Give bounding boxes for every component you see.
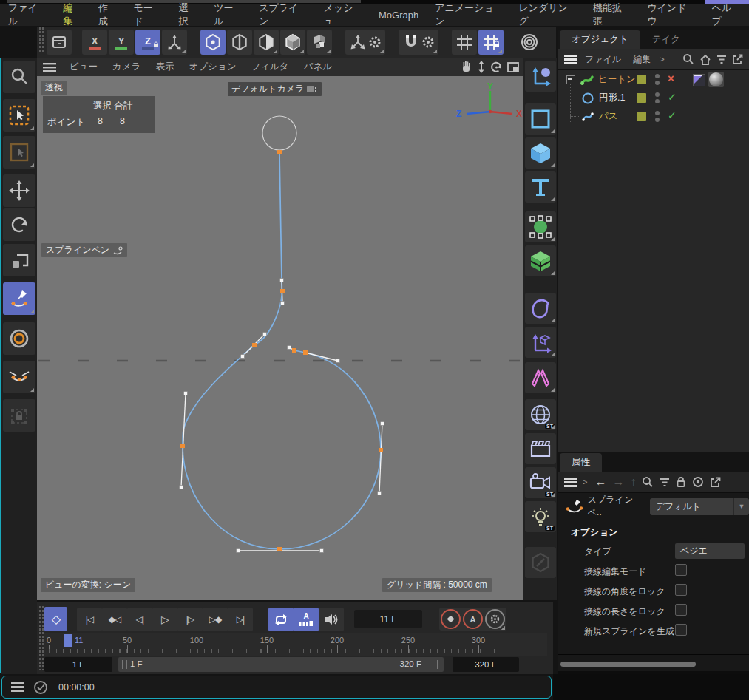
menu-rendering[interactable]: レンダリング: [511, 1, 586, 28]
om-row-sweep[interactable]: ヒートン ×: [558, 70, 749, 89]
hamburger-icon[interactable]: [564, 55, 577, 64]
toolbar-grip[interactable]: [38, 27, 44, 52]
rotate-tool-button[interactable]: [3, 208, 35, 241]
axis-x-lock-button[interactable]: X: [82, 30, 107, 55]
loop-button[interactable]: [268, 608, 294, 631]
live-selection-button[interactable]: [3, 99, 35, 132]
search-icon[interactable]: [642, 476, 654, 488]
spline-rect-button[interactable]: [525, 103, 556, 135]
current-frame-field[interactable]: 11 F: [354, 610, 422, 628]
menu-mograph[interactable]: MoGraph: [370, 10, 427, 21]
enable-toggle[interactable]: ✓: [668, 91, 677, 103]
vp-menu-panel[interactable]: パネル: [296, 61, 339, 73]
play-button[interactable]: ▷: [152, 608, 177, 631]
deformer-blob-button[interactable]: [525, 293, 556, 324]
tab-objects[interactable]: オブジェクト: [560, 30, 640, 49]
phong-tag[interactable]: [693, 74, 705, 86]
enable-toggle[interactable]: ×: [668, 72, 674, 84]
cube-primitive-button[interactable]: [525, 137, 556, 169]
prev-key-button[interactable]: ◆◁: [102, 608, 127, 631]
om-row-path[interactable]: パス ✓: [558, 107, 749, 126]
light-button[interactable]: ST: [525, 501, 556, 532]
spline-pen-button[interactable]: [3, 282, 35, 315]
menu-mode[interactable]: モード: [126, 1, 171, 28]
next-key-button[interactable]: ▷◆: [203, 608, 228, 631]
polygon-mode-button[interactable]: [254, 30, 279, 55]
text-spline-button[interactable]: [525, 171, 556, 203]
lock-angle-checkbox[interactable]: [675, 584, 687, 596]
menu-create[interactable]: 作成: [90, 1, 126, 28]
menu-file[interactable]: ファイル: [0, 1, 55, 28]
next-frame-button[interactable]: |▷: [177, 608, 203, 631]
goto-start-button[interactable]: |◁: [77, 608, 102, 631]
om-row-circle[interactable]: 円形.1 ✓: [558, 89, 749, 107]
menu-edit[interactable]: 編集: [55, 1, 90, 28]
type-dropdown[interactable]: ベジエ: [675, 543, 745, 559]
spline-smooth-button[interactable]: [3, 361, 35, 393]
menu-spline[interactable]: スプライン: [251, 1, 315, 28]
scale-tool-button[interactable]: [3, 244, 35, 276]
snap-settings-button[interactable]: [345, 30, 385, 55]
disabled-edit-button[interactable]: [525, 547, 556, 578]
filter-icon[interactable]: [660, 478, 670, 487]
range-start-field[interactable]: 1 F: [44, 657, 112, 672]
om-menu-more[interactable]: >: [660, 55, 664, 64]
enable-toggle[interactable]: ✓: [668, 109, 677, 121]
instance-axis-button[interactable]: [525, 327, 556, 358]
lock-length-checkbox[interactable]: [675, 604, 687, 616]
timeline-ruler[interactable]: 0 50 100 150 200 250 300 11: [44, 633, 547, 656]
points-mode-button[interactable]: [200, 30, 226, 55]
am-hscrollbar[interactable]: [560, 662, 696, 667]
up-arrow-icon[interactable]: ↑: [630, 475, 636, 489]
viewport-canvas[interactable]: 透視 デフォルトカメラ 選択 合計 ポイント 8 8 スプラインペン Y X Z…: [37, 76, 525, 600]
menu-mesh[interactable]: メッシュ: [316, 1, 370, 28]
edge-mode-button[interactable]: [227, 30, 252, 55]
object-name[interactable]: 円形.1: [599, 92, 625, 104]
menu-select[interactable]: 選択: [171, 1, 206, 28]
target-icon[interactable]: [692, 476, 704, 488]
pan-hand-icon[interactable]: [460, 61, 472, 73]
toggle-panel-icon[interactable]: [507, 62, 519, 72]
playhead[interactable]: [64, 634, 72, 647]
tangent-edit-checkbox[interactable]: [675, 564, 687, 576]
timeline-grip[interactable]: [38, 605, 44, 670]
vp-menu-display[interactable]: 表示: [148, 61, 181, 73]
goto-end-button[interactable]: ▷|: [228, 608, 253, 631]
visibility-dots[interactable]: [655, 111, 660, 122]
object-name[interactable]: ヒートン: [598, 73, 636, 86]
object-name[interactable]: パス: [599, 110, 618, 123]
sound-button[interactable]: [319, 608, 344, 631]
range-grip-right[interactable]: [433, 660, 438, 669]
autokey-diamond-button[interactable]: ◇: [44, 607, 67, 631]
lock-icon[interactable]: [676, 476, 686, 488]
vp-menu-camera[interactable]: カメラ: [105, 61, 148, 73]
visibility-dots[interactable]: [655, 74, 660, 85]
axis-y-lock-button[interactable]: Y: [109, 30, 134, 55]
hamburger-icon[interactable]: [43, 62, 56, 72]
autokey-record-button[interactable]: A: [463, 609, 483, 629]
camera-label[interactable]: デフォルトカメラ: [228, 82, 322, 96]
menu-window[interactable]: ウインドウ: [639, 1, 703, 28]
collapse-toggle[interactable]: [566, 75, 575, 84]
chevron-icon[interactable]: >: [583, 478, 587, 486]
menu-animation[interactable]: アニメーション: [427, 1, 510, 28]
hamburger-icon[interactable]: [564, 478, 577, 487]
axis-modify-button[interactable]: [162, 30, 187, 55]
back-arrow-icon[interactable]: ←: [594, 475, 606, 489]
axis-z-lock-button[interactable]: Z: [135, 30, 160, 55]
prev-frame-button[interactable]: ◁|: [127, 608, 152, 631]
circle-tool-button[interactable]: [3, 322, 35, 355]
search-icon[interactable]: [682, 53, 694, 65]
new-spline-checkbox[interactable]: [675, 624, 687, 636]
preset-dropdown[interactable]: デフォルト ▼: [650, 498, 749, 515]
layer-color-chip[interactable]: [637, 93, 646, 103]
hamburger-icon[interactable]: [11, 682, 24, 692]
om-menu-edit[interactable]: 編集: [633, 53, 651, 66]
content-box-button[interactable]: [47, 30, 72, 55]
workplane-button[interactable]: [452, 30, 477, 55]
visibility-dots[interactable]: [655, 92, 660, 103]
vp-menu-filter[interactable]: フィルタ: [243, 61, 296, 73]
stage-clapper-button[interactable]: [525, 433, 556, 464]
options-section-title[interactable]: オプション: [571, 526, 618, 539]
zoom-updown-icon[interactable]: [477, 61, 486, 73]
